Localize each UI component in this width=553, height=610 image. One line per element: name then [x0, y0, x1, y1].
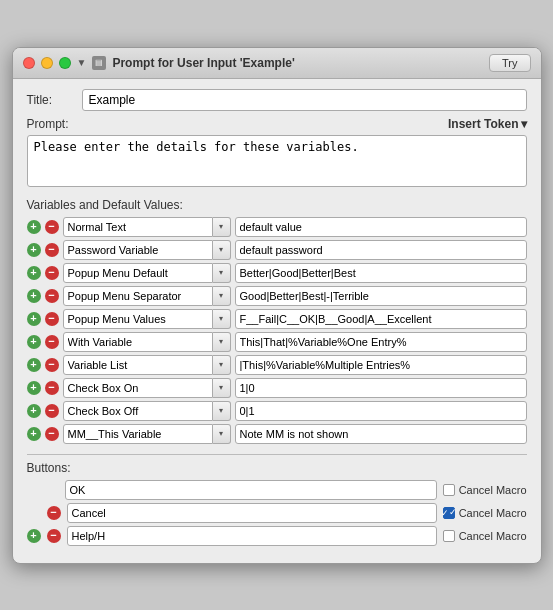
prompt-row: Prompt: Insert Token ▾	[27, 117, 527, 131]
var-value-input[interactable]	[235, 378, 527, 398]
button-name-input[interactable]	[65, 480, 437, 500]
cancel-macro-label[interactable]: Cancel Macro	[443, 530, 527, 542]
var-dropdown-button[interactable]: ▾	[213, 332, 231, 352]
variable-row: + − ▾	[27, 217, 527, 237]
title-input[interactable]	[82, 89, 527, 111]
add-variable-button[interactable]: +	[27, 358, 41, 372]
remove-button-button[interactable]: −	[47, 529, 61, 543]
add-variable-button[interactable]: +	[27, 266, 41, 280]
variable-row: + − ▾	[27, 378, 527, 398]
title-bar-left: ▼ ▤ Prompt for User Input 'Example'	[23, 56, 482, 70]
var-name-input[interactable]	[63, 401, 213, 421]
cancel-macro-checkbox[interactable]	[443, 530, 455, 542]
var-name-input[interactable]	[63, 424, 213, 444]
var-dropdown-button[interactable]: ▾	[213, 217, 231, 237]
var-name-input[interactable]	[63, 263, 213, 283]
variables-section-label: Variables and Default Values:	[27, 198, 527, 212]
variable-row: + − ▾	[27, 355, 527, 375]
var-name-container: ▾	[63, 332, 231, 352]
add-button-button[interactable]: +	[27, 529, 41, 543]
var-name-container: ▾	[63, 378, 231, 398]
var-value-input[interactable]	[235, 286, 527, 306]
variable-row: + − ▾	[27, 332, 527, 352]
var-dropdown-button[interactable]: ▾	[213, 401, 231, 421]
var-name-input[interactable]	[63, 240, 213, 260]
variable-row: + − ▾	[27, 263, 527, 283]
var-value-input[interactable]	[235, 263, 527, 283]
var-dropdown-button[interactable]: ▾	[213, 263, 231, 283]
add-variable-button[interactable]: +	[27, 335, 41, 349]
cancel-macro-text: Cancel Macro	[459, 507, 527, 519]
var-name-input[interactable]	[63, 217, 213, 237]
var-name-container: ▾	[63, 286, 231, 306]
button-row: Cancel Macro	[27, 480, 527, 500]
var-dropdown-button[interactable]: ▾	[213, 309, 231, 329]
add-variable-button[interactable]: +	[27, 427, 41, 441]
remove-variable-button[interactable]: −	[45, 243, 59, 257]
remove-variable-button[interactable]: −	[45, 404, 59, 418]
remove-variable-button[interactable]: −	[45, 312, 59, 326]
var-name-input[interactable]	[63, 332, 213, 352]
maximize-button[interactable]	[59, 57, 71, 69]
close-button[interactable]	[23, 57, 35, 69]
content-area: Title: Prompt: Insert Token ▾ Please ent…	[13, 79, 541, 563]
prompt-textarea[interactable]: Please enter the details for these varia…	[27, 135, 527, 187]
var-name-container: ▾	[63, 217, 231, 237]
cancel-macro-label[interactable]: Cancel Macro	[443, 484, 527, 496]
variable-row: + − ▾	[27, 424, 527, 444]
var-value-input[interactable]	[235, 217, 527, 237]
remove-button-button[interactable]: −	[47, 506, 61, 520]
var-name-container: ▾	[63, 401, 231, 421]
main-window: ▼ ▤ Prompt for User Input 'Example' Try …	[12, 47, 542, 564]
remove-variable-button[interactable]: −	[45, 335, 59, 349]
remove-variable-button[interactable]: −	[45, 220, 59, 234]
collapse-icon[interactable]: ▼	[77, 57, 87, 68]
var-value-input[interactable]	[235, 401, 527, 421]
var-value-input[interactable]	[235, 309, 527, 329]
var-dropdown-button[interactable]: ▾	[213, 378, 231, 398]
remove-variable-button[interactable]: −	[45, 381, 59, 395]
var-name-input[interactable]	[63, 309, 213, 329]
var-value-input[interactable]	[235, 424, 527, 444]
var-name-input[interactable]	[63, 286, 213, 306]
button-name-input[interactable]	[67, 503, 437, 523]
var-dropdown-button[interactable]: ▾	[213, 286, 231, 306]
cancel-macro-checkbox[interactable]	[443, 484, 455, 496]
var-value-input[interactable]	[235, 240, 527, 260]
insert-token-button[interactable]: Insert Token ▾	[448, 117, 526, 131]
insert-token-chevron-icon: ▾	[521, 117, 527, 131]
minimize-button[interactable]	[41, 57, 53, 69]
add-variable-button[interactable]: +	[27, 243, 41, 257]
title-label: Title:	[27, 93, 82, 107]
remove-variable-button[interactable]: −	[45, 266, 59, 280]
var-name-container: ▾	[63, 309, 231, 329]
var-name-container: ▾	[63, 240, 231, 260]
remove-variable-button[interactable]: −	[45, 358, 59, 372]
var-name-input[interactable]	[63, 378, 213, 398]
variables-table: + − ▾ + − ▾ + − ▾ + − ▾ + −	[27, 217, 527, 444]
add-variable-button[interactable]: +	[27, 289, 41, 303]
remove-variable-button[interactable]: −	[45, 427, 59, 441]
cancel-macro-label[interactable]: ✓ Cancel Macro	[443, 507, 527, 519]
button-name-input[interactable]	[67, 526, 437, 546]
var-dropdown-button[interactable]: ▾	[213, 355, 231, 375]
cancel-macro-text: Cancel Macro	[459, 484, 527, 496]
title-row: Title:	[27, 89, 527, 111]
button-row: − ✓ Cancel Macro	[27, 503, 527, 523]
window-icon: ▤	[92, 56, 106, 70]
cancel-macro-checkbox[interactable]: ✓	[443, 507, 455, 519]
add-variable-button[interactable]: +	[27, 404, 41, 418]
add-variable-button[interactable]: +	[27, 381, 41, 395]
variable-row: + − ▾	[27, 240, 527, 260]
try-button[interactable]: Try	[489, 54, 530, 72]
var-value-input[interactable]	[235, 355, 527, 375]
add-variable-button[interactable]: +	[27, 312, 41, 326]
variable-row: + − ▾	[27, 286, 527, 306]
window-title: Prompt for User Input 'Example'	[112, 56, 294, 70]
var-value-input[interactable]	[235, 332, 527, 352]
var-dropdown-button[interactable]: ▾	[213, 240, 231, 260]
var-name-input[interactable]	[63, 355, 213, 375]
remove-variable-button[interactable]: −	[45, 289, 59, 303]
var-dropdown-button[interactable]: ▾	[213, 424, 231, 444]
add-variable-button[interactable]: +	[27, 220, 41, 234]
